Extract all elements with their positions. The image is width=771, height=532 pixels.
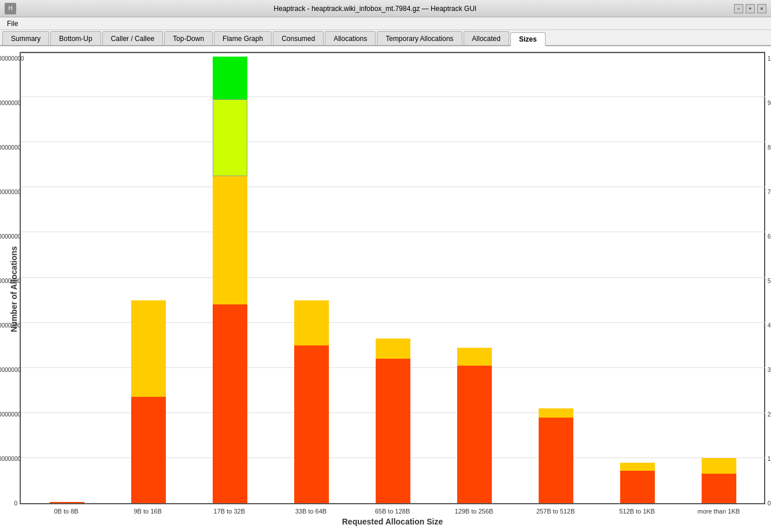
bar-segment-yellow_green-2 [213,99,247,176]
bar-segment-yellow-4 [376,338,410,359]
bar-stack-2 [213,52,247,503]
y-tick-1: 100000000 [0,456,21,462]
bar-stack-7 [620,52,655,503]
bar-group-0 [27,52,108,503]
x-label-0: 0B to 8B [25,508,107,515]
y-tick-2: 200000000 [0,411,21,418]
bar-segment-orange-6 [539,418,573,503]
bar-stack-8 [702,52,736,503]
tabs-bar: SummaryBottom-UpCaller / CalleeTop-DownF… [0,30,771,46]
bar-segment-orange-8 [702,474,736,503]
y-tick-5: 500000000 [0,278,21,284]
y-tick-9: 900000000 [0,100,21,106]
tab-temporary-allocations[interactable]: Temporary Allocations [377,31,462,45]
bar-segment-orange-1 [131,397,166,503]
right-tick-0: 0 [765,500,771,507]
x-label-3: 33B to 64B [270,508,351,515]
bar-segment-yellow-8 [702,458,736,474]
tab-allocations[interactable]: Allocations [325,31,376,45]
x-axis-title: Requested Allocation Size [20,517,765,526]
menu-bar: File [0,17,771,30]
right-tick-10: 1000000000 [765,55,771,62]
bar-segment-orange-5 [457,366,492,503]
maximize-button[interactable]: + [746,4,755,13]
tab-sizes[interactable]: Sizes [510,32,546,46]
bar-segment-green-2 [213,57,247,99]
bar-segment-orange-7 [620,471,655,503]
bar-segment-orange-0 [50,502,84,503]
bar-group-2 [190,52,271,503]
right-tick-4: 400000000 [765,322,771,329]
y-tick-7: 700000000 [0,189,21,195]
y-tick-4: 400000000 [0,322,21,329]
y-tick-6: 600000000 [0,233,21,240]
bar-segment-yellow-2 [213,176,247,305]
bar-stack-5 [457,52,492,503]
bar-stack-4 [376,52,410,503]
bar-group-7 [596,52,678,503]
bar-segment-yellow-7 [620,463,655,471]
x-label-7: 512B to 1KB [596,508,678,515]
close-button[interactable]: × [757,4,766,13]
tab-top-down[interactable]: Top-Down [164,31,213,45]
right-tick-3: 300000000 [765,367,771,373]
file-menu[interactable]: File [2,18,23,29]
bar-group-3 [271,52,353,503]
bar-segment-yellow-3 [294,300,329,345]
y-tick-3: 300000000 [0,367,21,373]
bar-segment-orange-2 [213,304,247,503]
right-tick-8: 800000000 [765,144,771,151]
x-label-1: 9B to 16B [107,508,188,515]
bar-group-4 [353,52,434,503]
bar-segment-yellow-5 [457,348,492,366]
right-tick-5: 500000000 [765,278,771,284]
x-label-4: 65B to 128B [351,508,433,515]
tab-summary[interactable]: Summary [2,31,49,45]
bar-segment-orange-3 [294,345,329,503]
tab-bottom-up[interactable]: Bottom-Up [50,31,101,45]
right-tick-7: 700000000 [765,189,771,195]
x-label-8: more than 1KB [678,508,759,515]
title-icon: H [5,3,16,14]
x-label-5: 129B to 256B [433,508,515,515]
tab-consumed[interactable]: Consumed [273,31,324,45]
right-tick-2: 200000000 [765,411,771,418]
bar-segment-yellow-6 [539,408,573,418]
bar-stack-1 [131,52,166,503]
tab-flame-graph[interactable]: Flame Graph [214,31,272,45]
right-tick-1: 100000000 [765,456,771,462]
bar-group-8 [678,52,759,503]
right-tick-6: 600000000 [765,233,771,240]
title-bar: H Heaptrack - heaptrack.wiki_infobox_mt.… [0,0,771,17]
x-label-6: 257B to 512B [515,508,596,515]
bar-group-1 [108,52,190,503]
bar-segment-yellow-1 [131,300,166,397]
minimize-button[interactable]: − [734,4,743,13]
bar-stack-6 [539,52,573,503]
window-title: Heaptrack - heaptrack.wiki_infobox_mt.79… [16,5,734,13]
right-tick-9: 900000000 [765,100,771,106]
bar-stack-0 [50,52,84,503]
tab-caller-callee[interactable]: Caller / Callee [102,31,163,45]
bar-group-5 [433,52,515,503]
bar-segment-orange-4 [376,359,410,503]
tab-allocated[interactable]: Allocated [464,31,509,45]
bar-group-6 [515,52,596,503]
y-tick-0: 0 [0,500,21,507]
y-tick-10: 1000000000 [0,55,21,62]
x-label-2: 17B to 32B [188,508,270,515]
y-tick-8: 800000000 [0,144,21,151]
chart-container: Number of Allocations 010000000020000000… [0,46,771,532]
bar-stack-3 [294,52,329,503]
